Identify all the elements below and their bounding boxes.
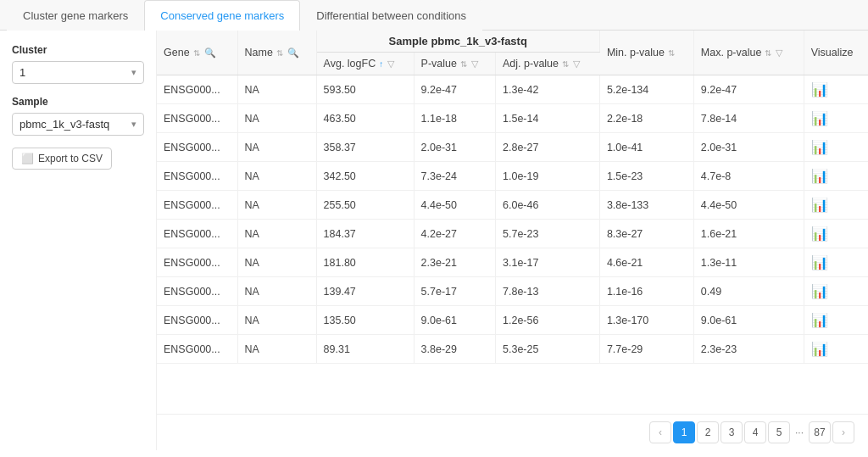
adj-pvalue-cell: 1.3e-42 (496, 75, 600, 104)
avg-logfc-cell: 593.50 (316, 75, 414, 104)
visualize-icon[interactable]: 📊 (811, 283, 861, 299)
max-pvalue-cell: 4.4e-50 (693, 191, 804, 220)
name-search-icon[interactable]: 🔍 (287, 47, 299, 59)
table-row: ENSG000...NA184.374.2e-275.7e-238.3e-271… (157, 220, 868, 248)
visualize-icon[interactable]: 📊 (811, 341, 861, 357)
avg-logfc-filter-icon[interactable]: ▽ (387, 59, 394, 70)
name-cell: NA (237, 104, 316, 133)
visualize-icon[interactable]: 📊 (811, 226, 861, 242)
page-4-button[interactable]: 4 (744, 421, 766, 443)
max-pvalue-cell: 9.2e-47 (693, 75, 804, 104)
adj-pvalue-cell: 1.0e-19 (496, 162, 600, 191)
gene-sort-icon[interactable]: ⇅ (193, 48, 200, 58)
th-name: Name ⇅ 🔍 (237, 31, 316, 75)
page-last-button[interactable]: 87 (809, 421, 831, 443)
min-pvalue-cell: 2.2e-18 (599, 104, 693, 133)
sample-value: pbmc_1k_v3-fastq (19, 118, 109, 131)
name-cell: NA (237, 248, 316, 277)
table-row: ENSG000...NA358.372.0e-312.8e-271.0e-412… (157, 133, 868, 162)
tab-differential-conditions[interactable]: Differential between conditions (300, 0, 482, 31)
adj-pvalue-cell: 1.2e-56 (496, 306, 600, 335)
visualize-cell: 📊 (804, 104, 868, 133)
gene-cell: ENSG000... (157, 277, 237, 306)
gene-cell: ENSG000... (157, 75, 237, 104)
next-page-button[interactable]: › (832, 421, 854, 443)
tab-cluster-gene-markers[interactable]: Cluster gene markers (7, 0, 144, 31)
prev-page-button[interactable]: ‹ (649, 421, 671, 443)
avg-logfc-cell: 184.37 (316, 220, 414, 248)
max-pvalue-cell: 7.8e-14 (693, 104, 804, 133)
table-row: ENSG000...NA181.802.3e-213.1e-174.6e-211… (157, 248, 868, 277)
min-pvalue-cell: 1.1e-16 (599, 277, 693, 306)
cluster-select[interactable]: 1 ▾ (12, 61, 144, 84)
th-max-pvalue: Max. p-value ⇅ ▽ (693, 31, 804, 75)
max-pvalue-sort-icon[interactable]: ⇅ (765, 48, 771, 58)
avg-logfc-label: Avg. logFC (324, 58, 376, 70)
tab-conserved-gene-markers[interactable]: Conserved gene markers (144, 0, 300, 31)
visualize-icon[interactable]: 📊 (811, 254, 861, 270)
th-gene: Gene ⇅ 🔍 (157, 31, 237, 75)
visualize-icon[interactable]: 📊 (811, 139, 861, 155)
table-row: ENSG000...NA135.509.0e-611.2e-561.3e-170… (157, 306, 868, 335)
avg-logfc-cell: 463.50 (316, 104, 414, 133)
adj-pvalue-sort-icon[interactable]: ⇅ (562, 59, 569, 69)
visualize-cell: 📊 (804, 75, 868, 104)
pvalue-label: P-value (421, 58, 457, 70)
max-pvalue-cell: 4.7e-8 (693, 162, 804, 191)
group-header-label: Sample pbmc_1k_v3-fastq (389, 35, 527, 47)
visualize-label: Visualize (811, 47, 854, 59)
name-cell: NA (237, 75, 316, 104)
name-col-label: Name (245, 47, 273, 59)
th-min-pvalue: Min. p-value ⇅ (599, 31, 693, 75)
adj-pvalue-label: Adj. p-value (503, 58, 559, 70)
table-row: ENSG000...NA463.501.1e-181.5e-142.2e-187… (157, 104, 868, 133)
gene-search-icon[interactable]: 🔍 (204, 47, 216, 59)
pvalue-sort-icon[interactable]: ⇅ (460, 59, 467, 69)
page-5-button[interactable]: 5 (768, 421, 790, 443)
avg-logfc-cell: 255.50 (316, 191, 414, 220)
page-1-button[interactable]: 1 (673, 421, 695, 443)
name-cell: NA (237, 220, 316, 248)
pagination: ‹ 1 2 3 4 5 ··· 87 › (157, 414, 868, 450)
visualize-icon[interactable]: 📊 (811, 81, 861, 98)
avg-logfc-sort-icon[interactable]: ↑ (379, 59, 383, 69)
content-area: Gene ⇅ 🔍 Name ⇅ 🔍 (157, 31, 868, 450)
th-avg-logfc: Avg. logFC ↑ ▽ (316, 53, 414, 75)
min-pvalue-sort-icon[interactable]: ⇅ (668, 48, 675, 58)
chevron-down-icon: ▾ (131, 67, 136, 78)
visualize-icon[interactable]: 📊 (811, 197, 861, 213)
pvalue-cell: 7.3e-24 (414, 162, 495, 191)
table-row: ENSG000...NA593.509.2e-471.3e-425.2e-134… (157, 75, 868, 104)
visualize-cell: 📊 (804, 248, 868, 277)
name-cell: NA (237, 277, 316, 306)
visualize-cell: 📊 (804, 162, 868, 191)
visualize-icon[interactable]: 📊 (811, 110, 861, 126)
visualize-cell: 📊 (804, 335, 868, 364)
pvalue-cell: 9.2e-47 (414, 75, 495, 104)
max-pvalue-filter-icon[interactable]: ▽ (776, 47, 782, 59)
sample-select[interactable]: pbmc_1k_v3-fastq ▾ (12, 113, 144, 136)
visualize-icon[interactable]: 📊 (811, 168, 861, 184)
min-pvalue-cell: 1.0e-41 (599, 133, 693, 162)
max-pvalue-cell: 2.3e-23 (693, 335, 804, 364)
max-pvalue-cell: 2.0e-31 (693, 133, 804, 162)
avg-logfc-cell: 139.47 (316, 277, 414, 306)
pvalue-cell: 9.0e-61 (414, 306, 495, 335)
avg-logfc-cell: 342.50 (316, 162, 414, 191)
chevron-down-icon-2: ▾ (131, 119, 136, 130)
page-3-button[interactable]: 3 (721, 421, 743, 443)
visualize-icon[interactable]: 📊 (811, 312, 861, 328)
page-2-button[interactable]: 2 (697, 421, 719, 443)
table-row: ENSG000...NA255.504.4e-506.0e-463.8e-133… (157, 191, 868, 220)
pvalue-cell: 2.3e-21 (414, 248, 495, 277)
max-pvalue-cell: 1.3e-11 (693, 248, 804, 277)
export-csv-button[interactable]: ⬜ Export to CSV (12, 148, 112, 170)
table-row: ENSG000...NA89.313.8e-295.3e-257.7e-292.… (157, 335, 868, 364)
pvalue-cell: 5.7e-17 (414, 277, 495, 306)
gene-col-label: Gene (164, 47, 190, 59)
pvalue-filter-icon[interactable]: ▽ (471, 59, 478, 70)
name-sort-icon[interactable]: ⇅ (276, 48, 283, 58)
adj-pvalue-filter-icon[interactable]: ▽ (573, 59, 580, 70)
pvalue-cell: 2.0e-31 (414, 133, 495, 162)
max-pvalue-cell: 1.6e-21 (693, 220, 804, 248)
